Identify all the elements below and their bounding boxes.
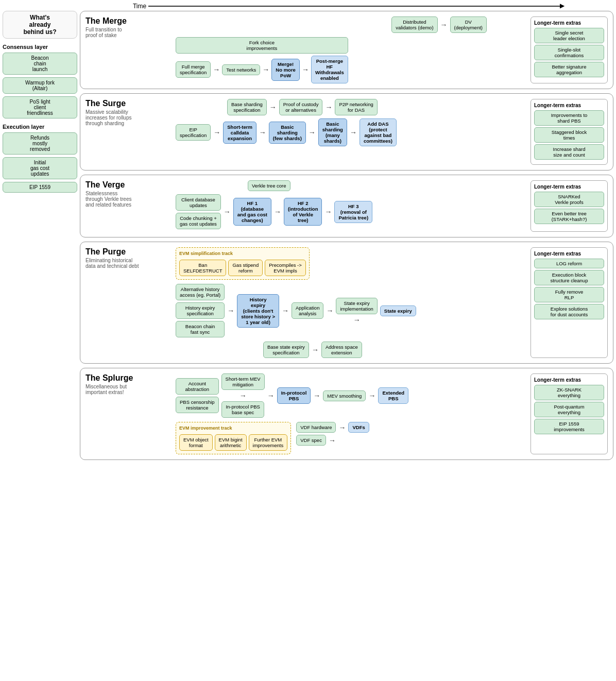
verge-extra-1[interactable]: Even better tree (STARK+hash?) [534, 209, 604, 224]
in-protocol-pbs-node[interactable]: In-protocol PBS [277, 387, 311, 404]
purge-extra-2[interactable]: Fully remove RLP [534, 287, 604, 302]
purge-title-area: The Purge Eliminating historical data an… [85, 247, 173, 358]
vdf-spec-node[interactable]: VDF spec [296, 435, 326, 446]
account-abstraction-node[interactable]: Account abstraction [176, 378, 219, 395]
gas-stipend-node[interactable]: Gas stipend reform [228, 260, 263, 276]
purge-extra-0[interactable]: LOG reform [534, 259, 604, 268]
splurge-extra-2[interactable]: EIP 1559 improvements [534, 419, 604, 434]
sidebar-item-gas[interactable]: Initial gas cost updates [3, 157, 77, 179]
basic-many-node[interactable]: Basic sharding (many shards) [318, 118, 347, 146]
merge-node[interactable]: Merge! No more PoW [271, 59, 300, 81]
surge-extras: Longer-term extras Improvements to shard… [531, 99, 608, 165]
fork-choice-node[interactable]: Fork choice improvements [176, 37, 348, 54]
vdf-col: VDF hardware → VDFs VDF spec → [296, 422, 369, 446]
purge-right-col: State expiry implementation → [336, 298, 377, 324]
surge-top-row: Base sharding specification → Proof of c… [176, 99, 528, 115]
consensus-label: Consensus layer [3, 44, 77, 50]
sidebar-item-pos[interactable]: PoS light client friendliness [3, 96, 77, 118]
vdf-hardware-node[interactable]: VDF hardware [296, 422, 336, 433]
diagrams: The Merge Full transition to proof of st… [80, 11, 613, 460]
merge-subtitle: Full transition to proof of stake [85, 27, 168, 38]
mev-smoothing-node[interactable]: MEV smoothing [323, 390, 366, 401]
arrow-sp6: → [329, 437, 336, 444]
merge-extra-1[interactable]: Single-slot confirmations [534, 45, 604, 60]
verge-subtitle: Statelessness through Verkle trees and r… [85, 191, 168, 208]
pbs-censorship-node[interactable]: PBS censorship resistance [176, 397, 219, 413]
merge-title-area: The Merge Full transition to proof of st… [85, 16, 173, 83]
arrow-sp5: → [338, 424, 346, 431]
purge-subtitle: Eliminating historical data and technica… [85, 258, 168, 269]
full-merge-row: Full merge specification → Test networks… [176, 56, 348, 83]
ban-selfdestruct-node[interactable]: Ban SELFDESTRUCT [179, 260, 226, 276]
extended-pbs-node[interactable]: Extended PBS [378, 387, 408, 404]
vdfs-node[interactable]: VDFs [348, 422, 369, 433]
client-db-node[interactable]: Client database updates [176, 194, 221, 211]
hf3-node[interactable]: HF 3 (removal of Patricia tree) [334, 201, 372, 223]
verkle-core-node[interactable]: Verkle tree core [248, 180, 290, 191]
beacon-fast-sync-node[interactable]: Beacon chain fast sync [176, 321, 225, 337]
in-protocol-pbs-spec-node[interactable]: In-protocol PBS base spec [221, 401, 264, 418]
arrow-sp2: → [267, 392, 275, 399]
purge-extra-1[interactable]: Execution block structure cleanup [534, 270, 604, 285]
base-state-expiry-node[interactable]: Base state expiry specification [263, 342, 309, 358]
base-sharding-node[interactable]: Base sharding specification [227, 99, 267, 115]
arrow1: → [440, 21, 448, 28]
short-term-node[interactable]: Short-term calldata expansion [223, 122, 256, 144]
verge-extra-0[interactable]: SNARKed Verkle proofs [534, 192, 604, 207]
app-analysis-node[interactable]: Application analysis [292, 302, 323, 319]
merge-extra-2[interactable]: Better signature aggregation [534, 62, 604, 77]
sidebar-item-warmup[interactable]: Warmup fork (Altair) [3, 77, 77, 94]
evm-track-items: Ban SELFDESTRUCT Gas stipend reform Prec… [179, 260, 306, 276]
history-expiry-spec-node[interactable]: History expiry specification [176, 302, 225, 319]
verge-top: Verkle tree core [176, 180, 528, 191]
purge-extras-title: Longer-term extras [534, 251, 604, 257]
addr-space-node[interactable]: Address space extension [321, 342, 362, 358]
p2p-node[interactable]: P2P networking for DAS [335, 99, 377, 115]
surge-extra-0[interactable]: Improvements to shard PBS [534, 110, 604, 126]
evm-object-node[interactable]: EVM object format [179, 434, 213, 451]
splurge-left: Account abstraction PBS censorship resis… [176, 378, 219, 413]
splurge-extra-1[interactable]: Post-quantum everything [534, 402, 604, 417]
verge-flow: Verkle tree core Client database updates… [176, 180, 528, 229]
hf2-node[interactable]: HF 2 (introduction of Verkle tree) [284, 198, 322, 226]
arrow-s5: → [309, 129, 316, 136]
purge-flow: EVM simplification track Ban SELFDESTRUC… [176, 247, 528, 358]
short-term-mev-node[interactable]: Short-term MEV mitigation [221, 373, 265, 390]
purge-base-state-row: Base state expiry specification → Addres… [176, 342, 528, 358]
arrow-p2: → [282, 307, 289, 314]
precompiles-node[interactable]: Precompiles -> EVM impls [265, 260, 306, 276]
code-chunk-node[interactable]: Code chunking + gas cost updates [176, 213, 221, 229]
dv-deploy-node[interactable]: DV (deployment) [450, 16, 487, 33]
add-das-node[interactable]: Add DAS (protect against bad committees) [360, 118, 397, 146]
splurge-title: The Splurge [85, 373, 173, 383]
splurge-extra-0[interactable]: ZK-SNARK everything [534, 385, 604, 400]
arrow-p1: → [227, 307, 234, 314]
splurge-mid-left: Short-term MEV mitigation → In-protocol … [221, 373, 265, 418]
post-merge-node[interactable]: Post-merge HF Withdrawals enabled [311, 56, 348, 83]
arrow-s4: → [259, 129, 266, 136]
test-net-node[interactable]: Test networks [222, 64, 260, 75]
further-evm-node[interactable]: Further EVM improvements [249, 434, 288, 451]
arrow-p4: → [353, 316, 361, 324]
purge-extra-3[interactable]: Explore solutions for dust accounts [534, 304, 604, 319]
state-expiry-impl-node[interactable]: State expiry implementation [336, 298, 377, 314]
merge-flow: Distributed validators (demo) → DV (depl… [176, 16, 528, 83]
sidebar-item-eip1559[interactable]: EIP 1559 [3, 182, 77, 193]
merge-extra-0[interactable]: Single secret leader election [534, 28, 604, 43]
evm-bigint-node[interactable]: EVM bigint arithmetic [215, 434, 247, 451]
eip-spec-node[interactable]: EIP specification [176, 124, 211, 141]
surge-extra-2[interactable]: Increase shard size and count [534, 144, 604, 160]
surge-extra-1[interactable]: Staggered block times [534, 127, 604, 143]
purge-extras: Longer-term extras LOG reform Execution … [531, 247, 608, 358]
sidebar-item-beacon[interactable]: Beacon chain launch [3, 53, 77, 75]
proof-custody-node[interactable]: Proof of custody or alternatives [279, 99, 323, 115]
hf1-node[interactable]: HF 1 (database and gas cost changes) [233, 198, 271, 226]
time-header: Time [3, 3, 613, 10]
full-merge-node[interactable]: Full merge specification [176, 61, 211, 78]
basic-few-node[interactable]: Basic sharding (few shards) [269, 122, 306, 144]
history-expiry-main-node[interactable]: History expiry (clients don't store hist… [237, 294, 279, 328]
state-expiry-node[interactable]: State expiry [380, 305, 416, 316]
sidebar-item-refunds[interactable]: Refunds mostly removed [3, 132, 77, 155]
alt-history-node[interactable]: Alternative history access (eg. Portal) [176, 284, 225, 300]
dist-validators-node[interactable]: Distributed validators (demo) [391, 16, 437, 33]
